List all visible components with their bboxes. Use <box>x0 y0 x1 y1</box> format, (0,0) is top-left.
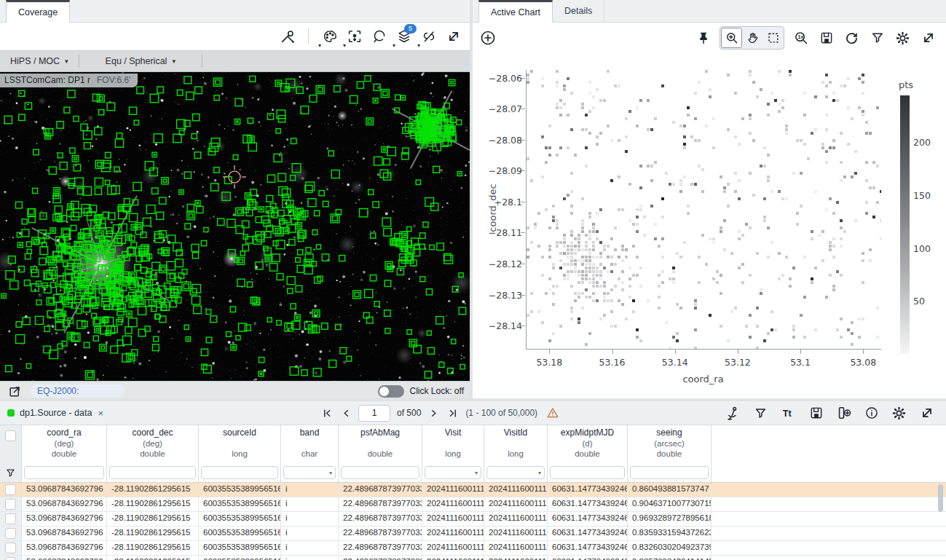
row-select-cell <box>0 556 22 560</box>
column-name: Visit <box>422 427 484 438</box>
external-view-icon[interactable] <box>6 382 24 399</box>
coverage-panel: Coverage ▾ <box>0 0 470 398</box>
recenter-icon[interactable]: ▾ <box>345 28 363 46</box>
table-row[interactable]: 53.09687843692796-28.1190286129561560035… <box>0 527 946 541</box>
filter-input-sourceId[interactable] <box>201 466 278 479</box>
row-checkbox[interactable] <box>5 528 16 539</box>
sky-canvas[interactable] <box>0 72 470 398</box>
table-cell-band: i <box>281 527 339 540</box>
table-row[interactable]: 53.09687843692796-28.1190286129561560035… <box>0 541 946 556</box>
table-row[interactable]: 53.09687843692796-28.1190286129561560035… <box>0 512 946 527</box>
filter-select-VisitId[interactable]: ▾ <box>486 466 545 479</box>
zoom-in-icon[interactable] <box>721 28 742 48</box>
image-name: LSSTComCam: DP1 r <box>4 75 90 85</box>
column-header-sourceId[interactable]: sourceId long <box>199 425 281 463</box>
column-header-Visit[interactable]: Visit long <box>422 425 484 463</box>
column-unit <box>199 438 280 449</box>
table-row[interactable]: 53.09687843692796-28.1190286129561560035… <box>0 483 946 497</box>
table-cell-band: i <box>281 512 339 526</box>
close-table-icon[interactable]: × <box>98 408 103 419</box>
x-tick-mark <box>675 350 676 354</box>
row-filler <box>712 556 946 560</box>
table-row[interactable]: 53.09687843692796-28.1190286129561560035… <box>0 497 946 512</box>
add-column-icon[interactable] <box>835 404 853 422</box>
table-cell-VisitId: 2024111600111 <box>484 497 548 511</box>
projection-dropdown[interactable]: Equ / Spherical ▾ <box>95 51 186 71</box>
row-checkbox[interactable] <box>5 499 16 510</box>
pin-chart-icon[interactable] <box>694 29 712 47</box>
coordinate-readout[interactable]: EQ-J2000: <box>30 384 125 398</box>
tools-icon[interactable] <box>278 28 296 46</box>
filter-cell-band: ▾ <box>281 463 339 482</box>
hips-moc-dropdown[interactable]: HiPS / MOC ▾ <box>0 51 79 71</box>
zoom-original-icon[interactable]: 1x <box>792 29 810 47</box>
tab-details[interactable]: Details <box>553 0 604 22</box>
next-page-icon[interactable] <box>427 404 439 422</box>
table-scrollbar-thumb[interactable] <box>938 484 943 512</box>
table-grid: coord_ra(deg)doublecoord_dec(deg)doubles… <box>0 425 946 560</box>
table-titlebar: dp1.Source - data × of 500 (1 - 100 of 5… <box>0 401 946 425</box>
filter-input-seeing[interactable] <box>630 466 709 479</box>
table-cell-coord_dec: -28.11902861295615 <box>107 541 199 555</box>
row-range-label: (1 - 100 of 50,000) <box>465 408 537 418</box>
row-checkbox[interactable] <box>5 557 16 560</box>
column-header-coord_ra[interactable]: coord_ra(deg)double <box>22 425 107 463</box>
table-cell-expMidptMJD: 60631.14773439246 <box>548 556 628 560</box>
warning-icon[interactable] <box>545 404 560 422</box>
filter-cell-psfAbMag <box>339 463 422 482</box>
column-header-psfAbMag[interactable]: psfAbMag double <box>339 425 422 463</box>
filter-input-coord_ra[interactable] <box>24 466 104 479</box>
table-cell-sourceId: 600355353899565160 <box>199 483 281 497</box>
tab-coverage[interactable]: Coverage <box>6 0 70 23</box>
add-chart-icon[interactable] <box>478 29 497 47</box>
box-select-icon[interactable] <box>763 28 783 47</box>
expand-icon[interactable] <box>444 28 462 46</box>
filter-select-Visit[interactable]: ▾ <box>425 466 481 479</box>
pan-icon[interactable] <box>743 28 762 47</box>
save-icon[interactable] <box>807 404 825 422</box>
table-cell-psfAbMag: 22.489687873977033 <box>339 512 422 526</box>
layers-icon[interactable]: 5 ▾ <box>395 28 413 46</box>
expand-icon[interactable] <box>919 29 937 47</box>
filter-select-band[interactable]: ▾ <box>283 466 336 479</box>
color-palette-icon[interactable]: ▾ <box>320 28 339 46</box>
row-checkbox[interactable] <box>5 513 16 524</box>
page-number-input[interactable] <box>358 405 390 422</box>
restore-icon[interactable] <box>843 29 861 47</box>
wcs-match-icon[interactable]: ▾ <box>419 28 438 46</box>
filter-input-psfAbMag[interactable] <box>341 466 419 479</box>
first-page-icon[interactable] <box>320 404 334 422</box>
column-header-expMidptMJD[interactable]: expMidptMJD(d)double <box>548 425 628 463</box>
prev-page-icon[interactable] <box>340 404 352 422</box>
chart-plot[interactable] <box>526 70 881 350</box>
column-header-seeing[interactable]: seeing(arcsec)double <box>628 425 712 463</box>
row-filler <box>712 541 946 555</box>
column-header-coord_dec[interactable]: coord_dec(deg)double <box>107 425 199 463</box>
chart-toolbar: 1x <box>473 23 946 53</box>
row-checkbox[interactable] <box>5 484 16 495</box>
pin-table-icon[interactable] <box>724 404 742 422</box>
save-icon[interactable] <box>817 29 835 47</box>
column-header-band[interactable]: band char <box>281 425 339 463</box>
filter-icon[interactable] <box>5 468 16 478</box>
heatmap-canvas[interactable] <box>527 70 881 349</box>
settings-icon[interactable] <box>894 29 912 47</box>
filter-icon[interactable] <box>752 404 770 422</box>
table-cell-coord_ra: 53.09687843692796 <box>22 527 107 540</box>
text-view-icon[interactable]: Tt <box>779 404 797 422</box>
click-lock-toggle[interactable] <box>378 385 404 398</box>
filter-input-coord_dec[interactable] <box>109 466 196 479</box>
filter-input-expMidptMJD[interactable] <box>550 466 625 479</box>
expand-icon[interactable] <box>918 404 936 422</box>
row-checkbox[interactable] <box>5 543 16 553</box>
column-header-VisitId[interactable]: VisitId long <box>484 425 548 463</box>
select-region-icon[interactable] <box>370 28 388 46</box>
last-page-icon[interactable] <box>446 404 459 422</box>
tab-active-chart[interactable]: Active Chart <box>478 0 553 23</box>
info-icon[interactable] <box>862 404 880 422</box>
table-row[interactable]: 53.09687843692796-28.1190286129561560035… <box>0 556 946 560</box>
select-all-checkbox[interactable] <box>5 430 16 441</box>
sky-image-viewer[interactable]: LSSTComCam: DP1 rFOV:6.6' EQ-J2000: Clic… <box>0 72 470 398</box>
filter-icon[interactable] <box>868 29 886 47</box>
settings-icon[interactable] <box>890 404 908 422</box>
